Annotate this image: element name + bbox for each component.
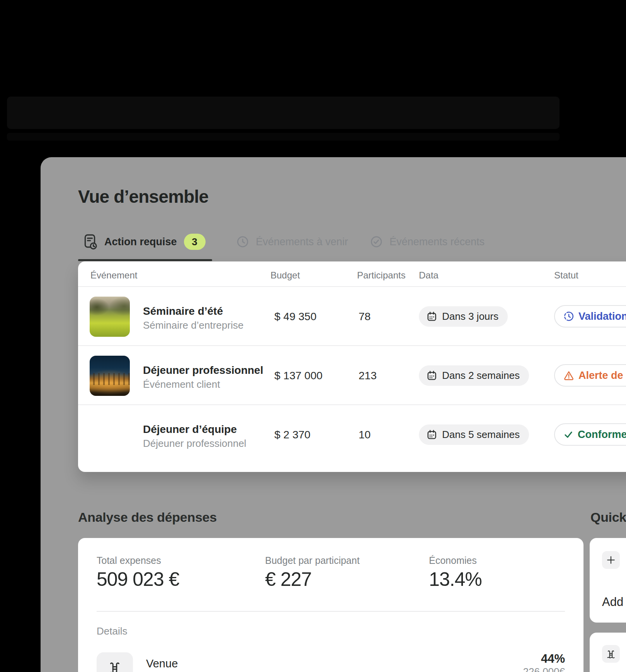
- event-participants: 78: [359, 311, 371, 323]
- tab-label: Action requise: [104, 236, 177, 248]
- history-clock-icon: [236, 236, 249, 248]
- event-thumbnail: [90, 356, 130, 396]
- check-icon: [563, 429, 573, 440]
- detail-percent: 44%: [541, 652, 565, 666]
- tab-label: Événements à venir: [256, 236, 348, 248]
- event-participants: 10: [359, 429, 371, 441]
- quick-action-add-card[interactable]: Add: [590, 538, 626, 623]
- stat-label: Budget par participant: [265, 555, 360, 566]
- event-title: Séminaire d’été: [143, 305, 223, 317]
- quick-action-secondary-card[interactable]: [590, 633, 626, 672]
- stat-label: Économies: [429, 555, 477, 566]
- table-row[interactable]: Déjeuner d’équipe Déjeuner professionnel…: [78, 405, 626, 464]
- event-date-label: Dans 5 semaines: [442, 429, 520, 441]
- screenshot-root: Vue d’ensemble Action requise 3 Événemen…: [0, 0, 626, 672]
- check-circle-icon: [370, 236, 383, 248]
- column-header-participants: Participants: [357, 270, 405, 281]
- calendar-icon: [427, 370, 437, 381]
- table-row[interactable]: Déjeuner professionnel Événement client …: [78, 346, 626, 405]
- event-budget: $ 137 000: [274, 370, 323, 382]
- status-label: Conforme: [578, 429, 626, 441]
- event-subtitle: Événement client: [143, 378, 220, 390]
- detail-name: Venue: [146, 657, 178, 670]
- column-header-event: Événement: [90, 270, 137, 281]
- event-date-chip: Dans 5 semaines: [419, 424, 529, 445]
- add-button[interactable]: [602, 551, 620, 569]
- background-ghost-shape: [7, 133, 560, 141]
- expenses-section-heading: Analyse des dépenses: [78, 510, 217, 525]
- stat-label: Total expenses: [97, 555, 161, 566]
- event-title: Déjeuner d’équipe: [143, 423, 237, 436]
- stat-value: € 227: [265, 568, 311, 591]
- stat-value: 509 023 €: [97, 568, 179, 591]
- pending-clock-icon: [563, 311, 574, 322]
- column-header-data: Data: [419, 270, 439, 281]
- document-clock-icon: [84, 234, 97, 249]
- tab-label: Événements récents: [390, 236, 485, 248]
- details-label: Details: [97, 625, 127, 637]
- detail-row-venue[interactable]: Venue 44% 226 000€: [78, 646, 583, 672]
- events-table: Événement Budget Participants Data Statu…: [78, 261, 626, 472]
- quick-actions-heading: Quick actions: [590, 510, 626, 525]
- stat-value: 13.4%: [429, 568, 482, 591]
- status-label: Validation requise: [578, 311, 626, 322]
- table-row[interactable]: Séminaire d’été Séminaire d’entreprise $…: [78, 287, 626, 346]
- venue-icon-tile: [97, 652, 133, 672]
- event-participants: 213: [359, 370, 377, 382]
- quick-add-label: Add: [602, 595, 623, 609]
- tab-action-requise[interactable]: Action requise 3: [84, 233, 206, 250]
- tab-evenements-a-venir[interactable]: Événements à venir: [236, 233, 348, 250]
- event-budget: $ 2 370: [274, 429, 310, 441]
- event-date-chip: Dans 3 jours: [419, 306, 508, 327]
- pool-ladder-button[interactable]: [602, 645, 620, 663]
- event-subtitle: Déjeuner professionnel: [143, 438, 246, 450]
- plus-icon: [606, 555, 616, 565]
- calendar-icon: [427, 429, 437, 440]
- detail-amount: 226 000€: [523, 666, 565, 672]
- page-title: Vue d’ensemble: [78, 186, 208, 207]
- background-ghost-shape: [7, 97, 560, 129]
- event-subtitle: Séminaire d’entreprise: [143, 319, 243, 331]
- card-divider: [97, 611, 565, 612]
- event-date-label: Dans 3 jours: [442, 311, 498, 322]
- warning-triangle-icon: [563, 370, 574, 381]
- event-thumbnail: [90, 297, 130, 337]
- event-date-label: Dans 2 semaines: [442, 370, 520, 382]
- column-header-budget: Budget: [270, 270, 300, 281]
- column-header-statut: Statut: [554, 270, 578, 281]
- status-badge: Conforme: [554, 423, 626, 446]
- event-budget: $ 49 350: [274, 311, 316, 323]
- status-label: Alerte de dépassement: [578, 370, 626, 382]
- venue-ladder-icon: [107, 660, 122, 672]
- status-badge: Alerte de dépassement: [554, 364, 626, 387]
- calendar-icon: [427, 311, 437, 322]
- pool-ladder-icon: [606, 649, 616, 659]
- event-date-chip: Dans 2 semaines: [419, 365, 529, 386]
- expenses-card: Total expenses 509 023 € Budget par part…: [78, 538, 583, 672]
- event-title: Déjeuner professionnel: [143, 364, 263, 377]
- tab-count-badge: 3: [184, 234, 206, 250]
- status-badge: Validation requise: [554, 305, 626, 328]
- active-tab-underline: [78, 259, 212, 261]
- tab-evenements-recents[interactable]: Événements récents: [370, 233, 485, 250]
- event-thumbnail: [90, 415, 130, 455]
